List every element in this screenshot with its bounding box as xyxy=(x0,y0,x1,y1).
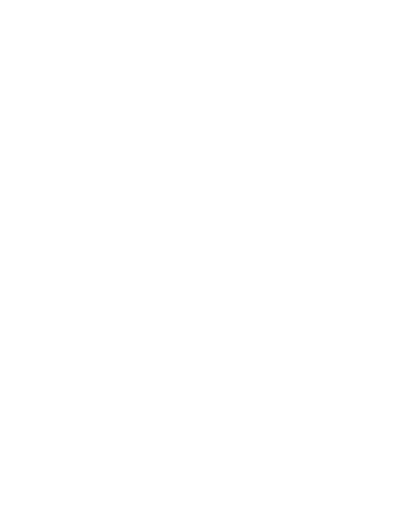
page: Wireless Router - Microsoft Internet Exp… xyxy=(0,0,411,47)
